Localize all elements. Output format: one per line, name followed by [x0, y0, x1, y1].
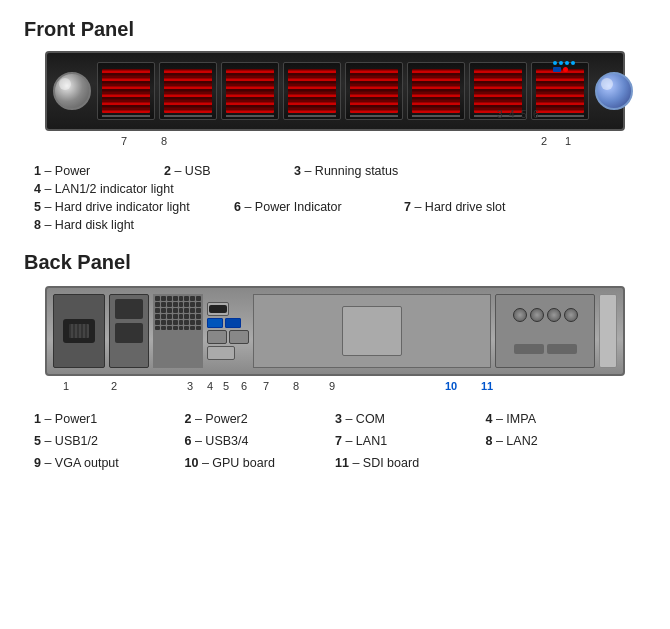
annot-back-7: 7: [263, 380, 269, 392]
cap-front-8: 8 – Hard disk light: [34, 217, 194, 233]
cap-back-7: 7 – LAN1: [335, 432, 486, 450]
annot-6: 6: [533, 109, 539, 120]
usb1-port: [207, 318, 223, 328]
lan2-port: [229, 330, 249, 344]
cap-back-9: 9 – VGA output: [34, 454, 185, 472]
back-power2: [109, 294, 149, 368]
annot-back-6: 6: [241, 380, 247, 392]
annot-4: 4: [509, 109, 515, 120]
annot-back-3: 3: [187, 380, 193, 392]
drive-bay-6: [407, 62, 465, 120]
annot-8: 8: [161, 135, 167, 147]
power1-socket: [63, 319, 95, 343]
front-right-ports: [553, 61, 575, 72]
led-5: [565, 61, 569, 65]
cap-back-1: 1 – Power1: [34, 410, 185, 428]
back-vent-grid: [153, 294, 203, 368]
drive-bay-5: [345, 62, 403, 120]
lan1-port: [207, 330, 227, 344]
cap-back-3: 3 – COM: [335, 410, 486, 428]
cap-front-6: 6 – Power Indicator: [234, 199, 404, 215]
usb12-group: [207, 318, 249, 328]
annot-1-front: 1: [565, 135, 571, 147]
annot-back-5: 5: [223, 380, 229, 392]
drive-bays: [97, 62, 589, 120]
annot-7: 7: [121, 135, 127, 147]
annot-back-1: 1: [63, 380, 69, 392]
gpu-port: [514, 344, 544, 354]
cap-back-6: 6 – USB3/4: [185, 432, 336, 450]
annot-back-9: 9: [329, 380, 335, 392]
back-server-image: [45, 286, 625, 376]
port-row-bottom: [553, 67, 575, 72]
power-led: [563, 67, 568, 72]
back-server-wrapper: 1 2 3 4 5 6 7 8 9 10 11: [45, 286, 625, 404]
cap-front-5: 5 – Hard drive indicator light: [34, 199, 234, 215]
front-captions-row2: 5 – Hard drive indicator light 6 – Power…: [34, 199, 636, 233]
drive-bay-3: [221, 62, 279, 120]
led-6: [571, 61, 575, 65]
annot-back-4: 4: [207, 380, 213, 392]
back-power1: [53, 294, 105, 368]
led-4: [559, 61, 563, 65]
back-ports-cluster: [207, 294, 249, 368]
cap-back-10: 10 – GPU board: [185, 454, 336, 472]
drive-bay-4: [283, 62, 341, 120]
front-server-wrapper: 7 8 3 4 5 6 2 1: [45, 51, 625, 159]
bnc-2: [530, 308, 544, 322]
bnc-1: [513, 308, 527, 322]
drive-bay-1: [97, 62, 155, 120]
cap-back-2: 2 – Power2: [185, 410, 336, 428]
annot-2-front: 2: [541, 135, 547, 147]
cap-back-4: 4 – IMPA: [486, 410, 637, 428]
cap-front-2: 2 – USB: [164, 163, 294, 179]
front-panel-title: Front Panel: [24, 18, 646, 41]
drive-bay-2: [159, 62, 217, 120]
cap-back-5: 5 – USB1/2: [34, 432, 185, 450]
annot-back-10: 10: [445, 380, 457, 392]
sdi-port: [547, 344, 577, 354]
back-gpu-area: [495, 294, 595, 368]
front-panel-section: Front Panel: [24, 18, 646, 233]
cap-front-7: 7 – Hard drive slot: [404, 199, 564, 215]
back-annotations: 1 2 3 4 5 6 7 8 9 10 11: [45, 376, 625, 404]
bnc-3: [547, 308, 561, 322]
front-annotations: 7 8 3 4 5 6 2 1: [45, 131, 625, 159]
slot-panel: [342, 306, 402, 356]
front-captions: 1 – Power 2 – USB 3 – Running status 4 –…: [24, 163, 646, 233]
back-slots: [253, 294, 491, 368]
cap-back-11: 11 – SDI board: [335, 454, 486, 472]
annot-back-2: 2: [111, 380, 117, 392]
port-row-top: [553, 61, 575, 65]
back-end-cap: [599, 294, 617, 368]
annot-3: 3: [497, 109, 503, 120]
usb2-port: [225, 318, 241, 328]
front-captions-row1: 1 – Power 2 – USB 3 – Running status 4 –…: [34, 163, 636, 197]
front-right-globe: [595, 72, 633, 110]
lan-group: [207, 330, 249, 344]
bnc-4: [564, 308, 578, 322]
cap-front-3: 3 – Running status: [294, 163, 474, 179]
led-3: [553, 61, 557, 65]
cap-back-8: 8 – LAN2: [486, 432, 637, 450]
annot-back-8: 8: [293, 380, 299, 392]
cap-front-1: 1 – Power: [34, 163, 164, 179]
cap-front-4: 4 – LAN1/2 indicator light: [34, 181, 224, 197]
annot-back-11: 11: [481, 380, 493, 392]
usb-port-front: [553, 67, 561, 72]
vga-port: [207, 346, 235, 360]
back-panel-title: Back Panel: [24, 251, 646, 274]
annot-5: 5: [521, 109, 527, 120]
back-captions: 1 – Power1 2 – Power2 3 – COM 4 – IMPA 5…: [24, 410, 646, 472]
com-port: [207, 302, 229, 316]
front-left-globe: [53, 72, 91, 110]
back-captions-grid: 1 – Power1 2 – Power2 3 – COM 4 – IMPA 5…: [34, 410, 636, 472]
back-panel-section: Back Panel: [24, 251, 646, 472]
